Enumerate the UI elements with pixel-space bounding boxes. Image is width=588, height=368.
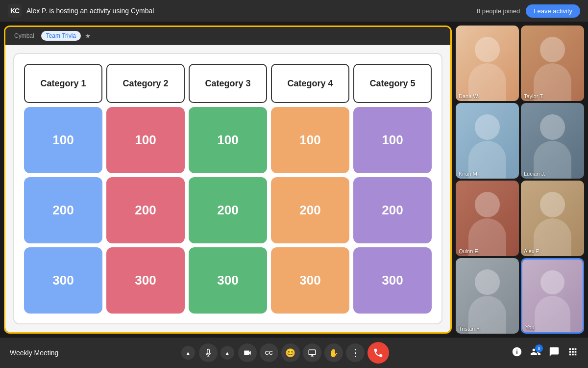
tab-cymbal[interactable]: Cymbal <box>11 31 37 40</box>
trivia-tile-col1-200[interactable]: 200 <box>24 177 102 243</box>
trivia-tile-col4-200[interactable]: 200 <box>271 177 349 243</box>
trivia-tile-col3-100[interactable]: 100 <box>189 107 267 173</box>
participant-tile-lucian-j.[interactable]: Lucian J. <box>521 103 584 179</box>
raise-hand-button[interactable]: ✋ <box>324 343 343 362</box>
top-bar-left: KC Alex P. is hosting an activity using … <box>8 4 154 18</box>
trivia-column-3: Category 3100200300 <box>189 64 267 314</box>
chat-button[interactable] <box>549 346 560 360</box>
category-header-1: Category 1 <box>24 64 102 103</box>
participant-tile-you[interactable]: You <box>521 258 584 334</box>
cymbal-logo: KC <box>8 4 22 18</box>
meeting-title: Weekly Meeting <box>10 349 58 357</box>
trivia-board: Category 1100200300Category 2100200300Ca… <box>13 53 442 324</box>
activity-panel: Cymbal Team Trivia ★ Category 1100200300… <box>4 26 452 334</box>
trivia-tile-col5-100[interactable]: 100 <box>353 107 432 173</box>
trivia-tile-col3-300[interactable]: 300 <box>189 247 267 314</box>
participant-name-label: Taylor T. <box>524 93 544 99</box>
participant-name-label: Lucian J. <box>524 171 545 177</box>
category-header-4: Category 4 <box>271 64 349 103</box>
participant-tile-taylor-t.[interactable]: Taylor T. <box>521 26 584 101</box>
apps-button[interactable] <box>567 346 578 360</box>
mic-chevron-button[interactable]: ▲ <box>181 346 195 360</box>
trivia-tile-col5-200[interactable]: 200 <box>353 177 432 243</box>
trivia-tile-col3-200[interactable]: 200 <box>189 177 267 243</box>
trivia-tile-col4-100[interactable]: 100 <box>271 107 349 173</box>
trivia-tile-col4-300[interactable]: 300 <box>271 247 349 314</box>
leave-activity-button[interactable]: Leave activity <box>526 4 580 18</box>
participant-tile-dana-w.[interactable]: Dana W. <box>456 26 519 101</box>
participant-tile-kiran-m.[interactable]: Kiran M. <box>456 103 519 179</box>
camera-button[interactable] <box>238 343 257 362</box>
participant-name-label: Dana W. <box>459 93 479 99</box>
participant-tile-quinn-e.[interactable]: Quinn E. <box>456 181 519 256</box>
participant-photo <box>521 26 584 101</box>
people-badge: 8 <box>535 344 543 352</box>
top-bar-right: 8 people joined Leave activity <box>477 4 580 18</box>
activity-tabs: Cymbal Team Trivia ★ <box>5 27 450 45</box>
trivia-column-5: Category 5100200300 <box>353 64 432 314</box>
right-controls: 8 <box>512 346 578 360</box>
category-header-3: Category 3 <box>189 64 267 103</box>
participant-photo <box>456 103 519 179</box>
trivia-tile-col2-200[interactable]: 200 <box>106 177 185 243</box>
trivia-tile-col1-300[interactable]: 300 <box>24 247 102 314</box>
screen-share-button[interactable] <box>303 343 321 362</box>
participant-photo <box>456 258 519 334</box>
trivia-column-2: Category 2100200300 <box>106 64 185 314</box>
category-header-2: Category 2 <box>106 64 185 103</box>
participant-tile-alex-p.[interactable]: Alex P. <box>521 181 584 256</box>
star-icon[interactable]: ★ <box>85 32 91 40</box>
participant-name-label: Tristan Y. <box>459 326 481 332</box>
participant-photo <box>521 181 584 256</box>
trivia-tile-col1-100[interactable]: 100 <box>24 107 102 173</box>
trivia-tile-col2-100[interactable]: 100 <box>106 107 185 173</box>
people-count: 8 people joined <box>477 7 520 15</box>
cc-button[interactable]: CC <box>260 343 278 362</box>
controls: ▲ ▲ CC 😊 ✋ ⋮ <box>181 342 389 364</box>
trivia-container: Category 1100200300Category 2100200300Ca… <box>5 45 450 332</box>
camera-chevron-button[interactable]: ▲ <box>220 346 234 360</box>
participant-photo <box>456 181 519 256</box>
mic-button[interactable] <box>199 343 218 362</box>
bottom-bar: Weekly Meeting ▲ ▲ CC 😊 ✋ ⋮ <box>0 338 588 368</box>
trivia-column-1: Category 1100200300 <box>24 64 102 314</box>
category-header-5: Category 5 <box>353 64 432 103</box>
participants-panel: Dana W.Taylor T.Kiran M.Lucian J.Quinn E… <box>456 22 588 338</box>
emoji-button[interactable]: 😊 <box>281 343 300 362</box>
participant-photo <box>521 103 584 179</box>
trivia-column-4: Category 4100200300 <box>271 64 349 314</box>
trivia-tile-col2-300[interactable]: 300 <box>106 247 185 314</box>
trivia-tile-col5-300[interactable]: 300 <box>353 247 432 314</box>
participant-photo <box>456 26 519 101</box>
end-call-button[interactable] <box>368 342 389 364</box>
participant-name-label: You <box>525 324 535 330</box>
hosting-status: Alex P. is hosting an activity using Cym… <box>26 7 154 15</box>
participant-photo <box>522 260 583 332</box>
tab-team-trivia[interactable]: Team Trivia <box>41 31 81 41</box>
info-button[interactable] <box>512 346 522 360</box>
participant-name-label: Alex P. <box>524 248 540 254</box>
top-bar: KC Alex P. is hosting an activity using … <box>0 0 588 22</box>
participant-tile-tristan-y.[interactable]: Tristan Y. <box>456 258 519 334</box>
more-options-button[interactable]: ⋮ <box>346 343 365 362</box>
main-content: Cymbal Team Trivia ★ Category 1100200300… <box>0 22 588 338</box>
participant-name-label: Kiran M. <box>459 171 479 177</box>
people-button[interactable]: 8 <box>530 346 541 360</box>
participant-name-label: Quinn E. <box>459 248 480 254</box>
